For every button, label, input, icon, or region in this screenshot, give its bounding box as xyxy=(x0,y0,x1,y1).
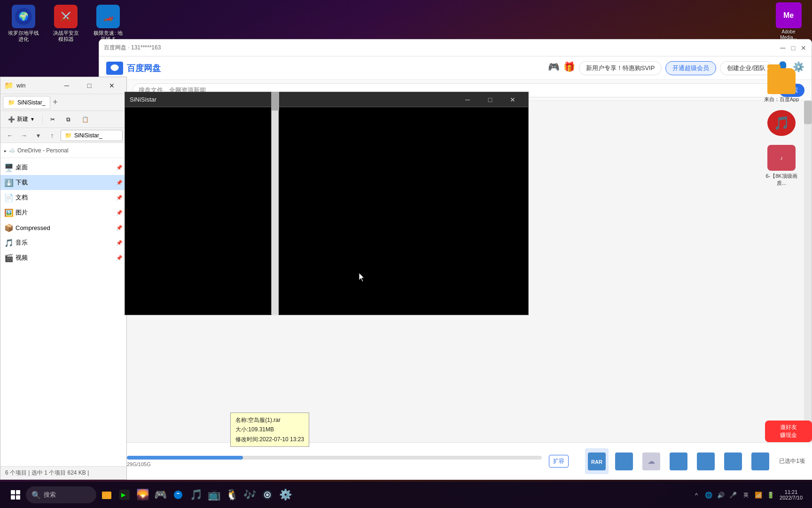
address-box[interactable]: 📁 SiNiSistar_ xyxy=(61,130,123,141)
onedrive-label: OneDrive - Personal xyxy=(17,147,69,154)
sinistar-window-title: SiNiSistar xyxy=(130,96,453,103)
taskbar-photos-icon[interactable]: 🌄 xyxy=(134,486,151,503)
baidu-file-cloud[interactable]: ☁ xyxy=(640,448,663,474)
pictures-tree-icon: 🖼️ xyxy=(4,208,13,217)
nav-back-btn[interactable]: ← xyxy=(4,130,16,141)
file7-icon xyxy=(751,452,769,470)
explorer-tab-main[interactable]: 📁 SiNiSistar_ xyxy=(3,96,50,109)
onedrive-parent[interactable]: ▸ ☁️ OneDrive - Personal xyxy=(0,145,126,156)
tree-item-pictures[interactable]: 🖼️ 图片 📌 xyxy=(0,205,126,220)
svg-text:⚔️: ⚔️ xyxy=(61,11,71,22)
taskbar-game1-icon[interactable]: 🎮 xyxy=(152,486,169,503)
baidu-game-icon[interactable]: 🎮 xyxy=(548,61,560,75)
taskbar-bilibili-icon[interactable]: 📺 xyxy=(205,486,222,503)
file6-icon xyxy=(724,452,742,470)
tree-item-compressed[interactable]: 📦 Compressed 📌 xyxy=(0,220,126,235)
paste-btn[interactable]: 📋 xyxy=(78,114,93,125)
tray-mic[interactable]: 🎤 xyxy=(728,490,738,500)
system-tray: ^ 🌐 🔊 🎤 英 📶 🔋 xyxy=(692,490,775,500)
tree-item-desktop[interactable]: 🖥️ 桌面 📌 xyxy=(0,160,126,175)
documents-pin-icon: 📌 xyxy=(116,195,123,201)
baidu-file-2[interactable] xyxy=(612,448,636,474)
new-tab-btn[interactable]: + xyxy=(53,97,58,107)
nav-forward-btn[interactable]: → xyxy=(18,130,30,141)
baidu-6kimg-icon[interactable]: ♪ 6-【8K顶级画质... xyxy=(760,143,803,189)
baidu-right-panel: 来自：百度App 🎵 ♪ 6-【8K顶级画质... xyxy=(751,61,812,442)
baidu-upgrade-btn[interactable]: 开通超级会员 xyxy=(665,61,716,75)
time-display[interactable]: 11:21 2022/7/10 xyxy=(777,489,805,500)
desktop-icon-dbs[interactable]: ⚔️ 决战平安京模拟器 xyxy=(47,5,85,42)
baidu-newuser-btn[interactable]: 新用户专享！特惠购SVIP xyxy=(579,61,662,75)
taskbar-steam-icon[interactable] xyxy=(259,486,276,503)
windows-taskbar: 🔍 搜索 ▶ 🌄 🎮 🎵 📺 🐧 🎶 ⚙️ xyxy=(0,482,812,508)
baidu-minimize-btn[interactable]: ─ xyxy=(780,45,786,51)
tray-lang[interactable]: 英 xyxy=(741,490,751,500)
compressed-pin-icon: 📌 xyxy=(116,225,123,231)
taskbar-right-area: ^ 🌐 🔊 🎤 英 📶 🔋 11:21 2022/7/10 xyxy=(692,489,805,500)
tray-sound[interactable]: 🔊 xyxy=(716,490,726,500)
desktop-icon-earthbreak[interactable]: 🌍 埃罗尔地平线 进化 xyxy=(5,5,42,42)
sinistar-scrollbar[interactable] xyxy=(271,92,279,315)
baidu-window-title: 百度网盘 · 131*****163 xyxy=(104,44,161,52)
baidu-close-btn[interactable]: ✕ xyxy=(800,45,807,51)
invite-banner[interactable]: 邀好友 赚现金 xyxy=(765,421,812,442)
taskbar-search[interactable]: 🔍 搜索 xyxy=(26,486,96,503)
baidu-file-7[interactable] xyxy=(749,448,772,474)
taskbar-files-icon[interactable] xyxy=(98,486,115,503)
sinistar-close-btn[interactable]: ✕ xyxy=(502,93,523,106)
taskbar-qq-icon[interactable]: 🐧 xyxy=(223,486,240,503)
explorer-titlebar: 📁 win ─ □ ✕ xyxy=(0,77,126,94)
expand-storage-btn[interactable]: 扩容 xyxy=(549,455,569,468)
address-text: SiNiSistar_ xyxy=(74,132,102,139)
start-button[interactable] xyxy=(7,486,24,503)
tree-item-videos[interactable]: 🎬 视频 📌 xyxy=(0,250,126,265)
invite-text2: 赚现金 xyxy=(769,431,808,439)
baidu-file-6[interactable] xyxy=(721,448,745,474)
tray-show-hidden[interactable]: ^ xyxy=(692,490,701,500)
baidu-file-rar[interactable]: RAR xyxy=(585,448,609,474)
file-cloud-icon: ☁ xyxy=(642,452,660,470)
adobe-me-icon[interactable]: Me AdobeMedia... xyxy=(767,2,810,40)
explorer-close-btn[interactable]: ✕ xyxy=(101,78,123,93)
music-pin-icon: 📌 xyxy=(116,240,123,246)
taskbar-qqmusic-icon[interactable]: 🎶 xyxy=(241,486,258,503)
clock-time: 11:21 xyxy=(785,489,798,495)
new-item-btn[interactable]: ➕ 新建 ▼ xyxy=(4,113,39,125)
explorer-maximize-btn[interactable]: □ xyxy=(78,78,100,93)
videos-pin-icon: 📌 xyxy=(116,255,123,261)
baidu-file-icons: RAR ☁ xyxy=(585,448,772,474)
baidu-file-4[interactable] xyxy=(667,448,690,474)
nav-up-btn[interactable]: ↑ xyxy=(47,130,58,141)
tree-item-downloads[interactable]: ⬇️ 下载 📌 xyxy=(0,175,126,190)
tree-item-documents[interactable]: 📄 文档 📌 xyxy=(0,190,126,205)
copy-btn[interactable]: ⧉ xyxy=(62,114,74,125)
taskbar-terminal-icon[interactable]: ▶ xyxy=(116,486,133,503)
baidu-file-5[interactable] xyxy=(694,448,718,474)
explorer-minimize-btn[interactable]: ─ xyxy=(56,78,78,93)
taskbar-edge-icon[interactable] xyxy=(170,486,187,503)
baidu-folder-item[interactable]: 来自：百度App xyxy=(760,66,803,105)
documents-tree-label: 文档 xyxy=(16,193,28,202)
sinistar-minimize-btn[interactable]: ─ xyxy=(457,93,478,106)
compressed-tree-icon: 📦 xyxy=(4,223,13,232)
explorer-addressbar: ← → ▾ ↑ 📁 SiNiSistar_ xyxy=(0,128,126,143)
cut-btn[interactable]: ✂ xyxy=(47,114,59,125)
taskbar-extra-icon[interactable]: ⚙️ xyxy=(277,486,294,503)
baidu-maximize-btn[interactable]: □ xyxy=(790,45,796,51)
svg-rect-15 xyxy=(671,454,686,468)
tray-battery[interactable]: 🔋 xyxy=(766,490,775,500)
taskbar-tiktok-icon[interactable]: 🎵 xyxy=(187,486,204,503)
storage-fill xyxy=(127,456,243,460)
tooltip-modified: 修改时间:2022-07-10 13:23 xyxy=(235,435,304,444)
pictures-pin-icon: 📌 xyxy=(116,210,123,216)
nav-dropdown-btn[interactable]: ▾ xyxy=(32,130,44,141)
baidu-logo: 百度网盘 xyxy=(106,62,161,75)
desktop-icon-forza[interactable]: 🏎️ 极限竞速: 地平线 5 xyxy=(89,5,127,42)
baidu-gift-icon[interactable]: 🎁 xyxy=(563,61,575,75)
baidu-netease-icon[interactable]: 🎵 xyxy=(760,108,803,140)
tray-wifi[interactable]: 📶 xyxy=(754,490,763,500)
tray-network[interactable]: 🌐 xyxy=(704,490,713,500)
pictures-tree-label: 图片 xyxy=(16,208,28,217)
sinistar-maximize-btn[interactable]: □ xyxy=(479,93,501,106)
tree-item-music[interactable]: 🎵 音乐 📌 xyxy=(0,235,126,250)
